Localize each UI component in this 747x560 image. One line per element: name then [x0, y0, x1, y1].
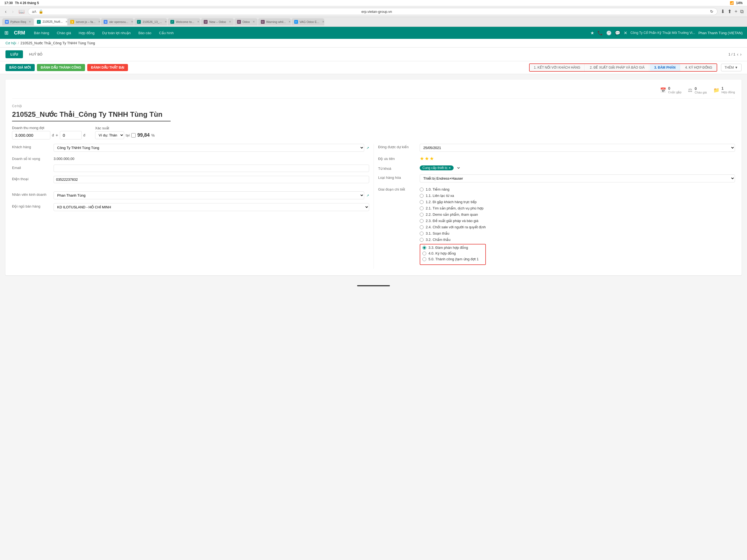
tag-remove-button[interactable]: ✕: [448, 166, 451, 170]
stage-step-3[interactable]: 3. ĐÀM PHÁN: [650, 64, 680, 71]
new-quote-button[interactable]: BÁO GIÁ MỚI: [5, 64, 35, 71]
tab-close-5[interactable]: ✕: [164, 20, 167, 23]
tab-210526[interactable]: ✓ 210526_13_... ✕: [134, 18, 167, 25]
app-title[interactable]: CRM: [14, 30, 25, 36]
save-button[interactable]: LƯU: [5, 50, 23, 58]
stage-step-1[interactable]: 1. KẾT NỐI VỚI KHÁCH HÀNG: [530, 64, 585, 71]
stage-step-4[interactable]: 4. KÝ HỢP ĐỒNG: [681, 64, 717, 71]
stage-radio-9[interactable]: [420, 238, 423, 242]
tab-close-4[interactable]: ✕: [131, 20, 133, 23]
phone-icon[interactable]: 📞: [597, 30, 603, 35]
salesperson-external-link[interactable]: ↗: [366, 194, 369, 198]
tab-python-req[interactable]: W Python Req ✕: [2, 18, 34, 25]
stage-radio-2[interactable]: [420, 194, 423, 198]
address-bar[interactable]: aA 🔒 erp.vietan-group.vn ↻: [28, 8, 718, 15]
star-icon[interactable]: ★: [590, 30, 594, 35]
revenue-plus-input[interactable]: [60, 131, 82, 139]
form-row-goods-type: Loại hàng hóa Thiết bị Endress+Hauser: [378, 175, 735, 182]
stage-radio-row-12: 5.0. Thành công (tạm ứng đợt 1: [422, 257, 483, 261]
stage-step-2[interactable]: 2. ĐỀ XUẤT GIẢI PHÁP VÀ BÁO GIÁ: [585, 64, 649, 71]
browser-chrome: ‹ › 📖 aA 🔒 erp.vietan-group.vn ↻ ⬇ ⬆ + ⧉: [0, 6, 747, 17]
tab-welcome[interactable]: ✓ Welcome to... ✕: [168, 18, 200, 25]
stage-radio-8[interactable]: [420, 232, 423, 235]
tab-serverjs[interactable]: ❯ server.js – fa... ✕: [68, 18, 100, 25]
tab-favicon-9: O: [261, 20, 265, 24]
salesperson-select[interactable]: Phan Thanh Tùng: [54, 192, 364, 199]
nav-chao-gia[interactable]: Chào giá: [54, 29, 74, 37]
next-page-button[interactable]: ›: [740, 52, 742, 57]
revenue-value-input[interactable]: [12, 131, 50, 139]
metric-contracts[interactable]: 📁 1 Hợp đồng: [713, 86, 735, 94]
tab-favicon-3: ❯: [70, 20, 74, 24]
nav-hop-dong[interactable]: Hợp đồng: [75, 29, 98, 37]
forward-button[interactable]: ›: [10, 8, 15, 15]
share-button[interactable]: ⬆: [728, 8, 732, 15]
nav-du-toan[interactable]: Dự toán lợi nhuận: [99, 29, 134, 37]
salesteam-select[interactable]: KD ILOTUSLAND - HỒ CHÍ MINH: [54, 203, 369, 211]
tab-close-8[interactable]: ✕: [253, 20, 255, 23]
tab-close-3[interactable]: ✕: [98, 20, 100, 23]
stage-radio-7[interactable]: [420, 225, 423, 229]
tab-vag[interactable]: V VAG Odoo E... ✕: [291, 18, 324, 25]
bookmarks-button[interactable]: 📖: [19, 8, 25, 15]
reload-icon[interactable]: ↻: [710, 9, 713, 14]
cancel-button[interactable]: HUỶ BỎ: [26, 50, 46, 58]
lock-icon: 🔒: [38, 9, 43, 14]
metric-meetings[interactable]: 📅 0 Cuộc gặp: [660, 86, 681, 94]
folder-icon: 📁: [713, 87, 719, 93]
forecast-select[interactable]: Ví dụ: Thán: [95, 131, 124, 139]
stage-radio-1[interactable]: [420, 187, 423, 192]
stage-radio-3[interactable]: [420, 200, 423, 204]
tab-okr[interactable]: G okr opensou... ✕: [101, 18, 134, 25]
nav-ban-hang[interactable]: Bán hàng: [31, 29, 52, 37]
tab-close-7[interactable]: ✕: [229, 20, 231, 23]
goods-type-select[interactable]: Thiết bị Endress+Hauser: [420, 175, 735, 182]
tab-label-8: Odoo: [242, 20, 250, 24]
chat-icon[interactable]: 💬: [615, 30, 620, 35]
customer-select[interactable]: Công Ty TNHH Tùng Tùng: [54, 144, 364, 152]
close-date-select[interactable]: 25/05/2021: [420, 144, 735, 152]
tabs-button[interactable]: ⧉: [740, 8, 744, 15]
phone-input[interactable]: [54, 176, 369, 183]
nav-bao-cao[interactable]: Báo cáo: [135, 29, 155, 37]
back-button[interactable]: ‹: [3, 8, 8, 15]
tab-active[interactable]: ✓ 210525_Nướ... ✕: [34, 18, 67, 25]
email-input[interactable]: [54, 164, 369, 172]
prob-ai-checkbox[interactable]: [131, 133, 136, 137]
breadcrumb-separator: /: [18, 41, 19, 45]
stage-radio-4[interactable]: [420, 206, 423, 210]
stage-radio-6[interactable]: [420, 219, 423, 223]
tab-close-2[interactable]: ✕: [66, 20, 68, 23]
new-tab-button[interactable]: +: [735, 8, 738, 15]
mark-success-button[interactable]: ĐÁNH DẤU THÀNH CÔNG: [37, 64, 85, 71]
more-button[interactable]: THÊM ▼: [721, 64, 742, 71]
clock-icon[interactable]: 🕐: [606, 30, 612, 35]
stage-radio-11[interactable]: [422, 252, 426, 255]
tab-close-10[interactable]: ✕: [322, 20, 324, 23]
stage-option-10: 3.3. Đàm phán hợp đồng: [429, 246, 468, 250]
nav-cau-hinh[interactable]: Cấu hình: [156, 29, 177, 37]
detail-stages-list: 1.0. Tiềm năng 1.1. Liên lạc từ xa 1.2. …: [420, 187, 486, 265]
download-button[interactable]: ⬇: [721, 8, 725, 15]
tab-odoo[interactable]: O Odoo ✕: [234, 18, 258, 25]
close-icon[interactable]: ✕: [624, 30, 627, 35]
grid-menu-icon[interactable]: ⊞: [4, 30, 8, 36]
tab-new-odoo[interactable]: O New – Odoo ✕: [201, 18, 233, 25]
tab-close-9[interactable]: ✕: [288, 20, 291, 23]
priority-stars[interactable]: ★★★: [420, 156, 435, 161]
stage-radio-12[interactable]: [422, 257, 426, 261]
mark-fail-button[interactable]: ĐÁNH DẤU THẤT BẠI: [87, 64, 128, 71]
app-header: ⊞ CRM Bán hàng Chào giá Hợp đồng Dự toán…: [0, 27, 747, 39]
stage-radio-5[interactable]: [420, 213, 423, 217]
tab-close-1[interactable]: ✕: [29, 20, 31, 23]
user-name[interactable]: Phan Thanh Tùng (VIETAN): [698, 31, 743, 35]
tab-warning[interactable]: O Warning whil... ✕: [258, 18, 291, 25]
metric-quotes[interactable]: ⚖ 0 Chào giá: [688, 86, 706, 94]
tab-close-6[interactable]: ✕: [197, 20, 199, 23]
tab-favicon-5: ✓: [137, 20, 141, 24]
stage-radio-10[interactable]: [422, 246, 426, 250]
customer-external-link[interactable]: ↗: [366, 146, 369, 150]
prev-page-button[interactable]: ‹: [737, 52, 738, 57]
breadcrumb-parent[interactable]: Cơ hội: [5, 41, 16, 45]
tags-dropdown[interactable]: [455, 166, 461, 170]
